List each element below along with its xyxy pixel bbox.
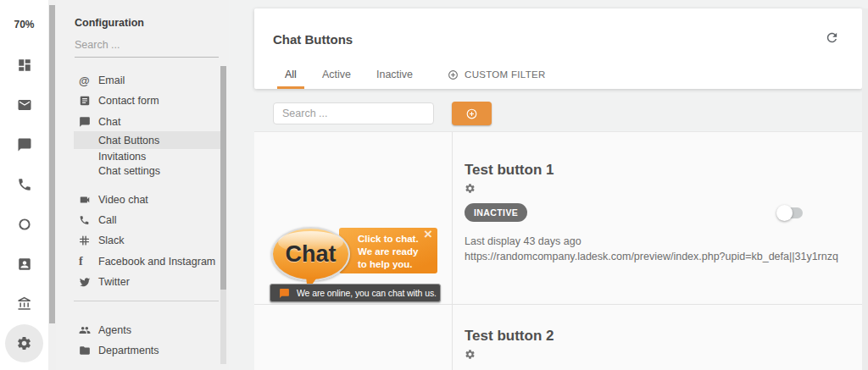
header-card: Chat Buttons All Active Inactive CUSTOM … — [254, 8, 862, 89]
tab-all[interactable]: All — [272, 60, 309, 89]
button-settings-button[interactable] — [465, 349, 476, 360]
sidebar-item-label: Invitations — [98, 151, 146, 163]
sidebar-item-label: Chat settings — [98, 165, 160, 177]
add-chat-button[interactable] — [452, 102, 492, 125]
tab-label: Inactive — [376, 69, 413, 80]
gear-icon — [465, 183, 476, 194]
videocam-icon — [79, 194, 91, 206]
page-title: Chat Buttons — [273, 32, 353, 47]
gear-icon — [465, 349, 476, 360]
facebook-icon: f — [79, 255, 83, 268]
plus-circle-icon — [448, 69, 459, 80]
configuration-panel: Configuration @ Email Contact form Chat … — [56, 0, 229, 370]
people-icon — [79, 324, 91, 336]
custom-filter-label: CUSTOM FILTER — [465, 69, 545, 80]
sidebar-item-label: Contact form — [98, 95, 159, 107]
sidebar-item-label: Slack — [98, 235, 125, 246]
slack-icon — [79, 235, 90, 246]
online-status-text: We are online, you can chat with us. — [297, 288, 437, 298]
bank-icon[interactable] — [0, 296, 48, 312]
sidebar-item-label: Agents — [98, 324, 131, 336]
enable-toggle[interactable] — [778, 207, 803, 218]
sidebar-item-label: Departments — [98, 345, 159, 356]
sidebar-item-agents[interactable]: Agents — [56, 321, 219, 340]
sidebar-item-slack[interactable]: Slack — [56, 231, 219, 250]
list-search-input[interactable] — [273, 102, 434, 124]
preview-url: https://randomcompany.ladesk.com/preview… — [465, 251, 838, 262]
panel-title: Configuration — [75, 17, 144, 29]
sidebar-item-chat-buttons[interactable]: Chat Buttons — [74, 131, 223, 149]
sidebar-item-twitter[interactable]: Twitter — [56, 273, 219, 291]
sidebar-item-chat-settings[interactable]: Chat settings — [56, 163, 219, 179]
phone-icon — [79, 215, 90, 226]
availability-percentage: 70% — [0, 19, 48, 30]
config-scrollbar — [220, 66, 226, 364]
filter-tabs: All Active Inactive CUSTOM FILTER — [272, 60, 556, 89]
mail-icon[interactable] — [0, 97, 48, 113]
rail-scrollbar — [48, 0, 56, 370]
chat-widget-bubble: Chat — [271, 227, 350, 281]
sidebar-item-departments[interactable]: Departments — [56, 341, 219, 360]
rail-scrollbar-thumb[interactable] — [49, 5, 55, 323]
sidebar-item-label: Chat Buttons — [98, 135, 159, 146]
row-divider — [254, 304, 868, 305]
tab-inactive[interactable]: Inactive — [364, 60, 426, 89]
sidebar-item-label: Facebook and Instagram — [98, 256, 215, 268]
sidebar-item-video-chat[interactable]: Video chat — [56, 191, 219, 209]
custom-filter-button[interactable]: CUSTOM FILTER — [437, 60, 555, 89]
button-title: Test button 2 — [465, 328, 554, 345]
at-icon: @ — [79, 75, 90, 87]
widget-panel-text: We are ready — [358, 246, 437, 258]
online-status-bar: We are online, you can chat with us. — [270, 284, 441, 302]
chat-buttons-list: Click to chat. We are ready to help you.… — [254, 131, 868, 370]
sidebar-divider — [74, 301, 219, 301]
tab-active[interactable]: Active — [309, 60, 364, 89]
config-scrollbar-thumb[interactable] — [220, 66, 226, 290]
last-display-text: Last display 43 days ago — [465, 235, 581, 247]
sidebar-item-facebook-instagram[interactable]: f Facebook and Instagram — [56, 252, 219, 271]
tab-label: All — [285, 69, 297, 80]
app-icon-rail: 70% — [0, 0, 48, 370]
sidebar-item-label: Video chat — [98, 194, 148, 206]
page-scrollbar-track[interactable] — [862, 8, 868, 370]
toggle-knob — [776, 205, 793, 221]
gear-icon — [16, 335, 32, 351]
sidebar-item-label: Chat — [98, 116, 120, 128]
contact-card-icon[interactable] — [0, 257, 48, 272]
twitter-icon — [79, 276, 91, 288]
plus-circle-icon — [465, 108, 478, 120]
close-icon[interactable]: × — [424, 227, 432, 242]
sidebar-item-email[interactable]: @ Email — [56, 71, 219, 90]
status-badge: INACTIVE — [465, 203, 527, 222]
chat-bubble-icon — [79, 116, 91, 128]
sidebar-item-label: Twitter — [98, 276, 130, 288]
sidebar-item-call[interactable]: Call — [56, 211, 219, 229]
widget-panel-text: to help you. — [358, 258, 437, 271]
sidebar-item-contact-form[interactable]: Contact form — [56, 91, 219, 110]
document-icon — [79, 95, 91, 107]
column-divider — [452, 132, 453, 370]
chat-bubble-label: Chat — [286, 241, 337, 268]
sidebar-item-label: Call — [98, 214, 117, 226]
sidebar-item-chat[interactable]: Chat — [56, 113, 219, 131]
chat-widget-panel: Click to chat. We are ready to help you.… — [339, 228, 437, 273]
dashboard-icon[interactable] — [0, 58, 48, 73]
sidebar-item-label: Email — [98, 75, 125, 86]
refresh-icon — [825, 30, 839, 45]
chat-icon[interactable] — [0, 137, 48, 152]
main-content: Chat Buttons All Active Inactive CUSTOM … — [229, 0, 868, 370]
config-search-input[interactable] — [75, 36, 219, 58]
settings-button[interactable] — [5, 324, 43, 362]
chat-bubble-icon — [279, 288, 290, 299]
folder-icon — [79, 345, 91, 356]
button-settings-button[interactable] — [465, 183, 476, 194]
tab-label: Active — [322, 69, 351, 80]
ring-status-icon[interactable] — [0, 217, 48, 232]
refresh-button[interactable] — [825, 30, 839, 45]
button-title: Test button 1 — [465, 162, 554, 179]
phone-icon[interactable] — [0, 177, 48, 192]
